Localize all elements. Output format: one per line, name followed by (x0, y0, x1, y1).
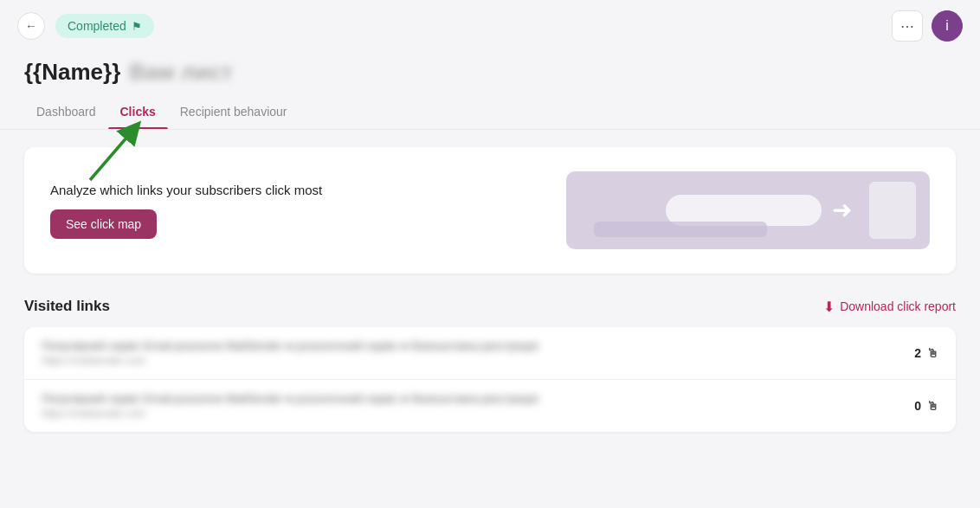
back-button[interactable]: ← (17, 12, 45, 40)
page-title-main: {{Name}} (24, 59, 120, 86)
count-value: 2 (914, 346, 921, 360)
info-button[interactable]: i (932, 10, 963, 42)
promo-illustration: ➜ (566, 171, 930, 249)
status-label: Completed (68, 19, 126, 33)
top-bar: ← Completed ⚑ ⋯ i (0, 0, 980, 52)
promo-bar (594, 222, 767, 237)
flag-icon: ⚑ (132, 20, 142, 33)
download-label: Download click report (840, 299, 956, 313)
links-card: Популярний сервіс Email-розсилок MailSen… (24, 327, 956, 432)
table-row: Популярний сервіс Email-розсилок MailSen… (24, 380, 956, 432)
visited-links-header: Visited links ⬇ Download click report (24, 298, 956, 315)
promo-title: Analyze which links your subscribers cli… (50, 183, 566, 197)
see-click-map-button[interactable]: See click map (50, 209, 157, 239)
tab-recipient-behaviour[interactable]: Recipient behaviour (168, 98, 300, 129)
download-icon: ⬇ (823, 299, 835, 315)
info-icon: i (945, 18, 949, 34)
cursor-arrow-icon: ➜ (832, 196, 852, 224)
page-title-area: {{Name}} Вам лист (0, 52, 980, 89)
download-click-report-link[interactable]: ⬇ Download click report (823, 299, 956, 315)
tab-dashboard[interactable]: Dashboard (24, 98, 108, 129)
link-title: Популярний сервіс Email-розсилок MailSen… (42, 392, 777, 405)
page-title-blurred: Вам лист (129, 59, 232, 86)
link-title: Популярний сервіс Email-розсилок MailSen… (42, 339, 777, 352)
click-cursor-icon: 🖱 (926, 346, 938, 360)
top-bar-left: ← Completed ⚑ (17, 12, 154, 40)
promo-text: Analyze which links your subscribers cli… (50, 183, 566, 239)
link-info: Популярний сервіс Email-розсилок MailSen… (42, 339, 895, 367)
promo-thumb (869, 182, 916, 239)
link-count: 0 🖱 (895, 399, 938, 413)
tabs-bar: Dashboard Clicks Recipient behaviour (0, 89, 980, 130)
link-url: https://mailsender.com (42, 355, 895, 367)
link-url: https://mailsender.com (42, 408, 895, 420)
top-bar-right: ⋯ i (892, 10, 963, 42)
click-cursor-icon: 🖱 (926, 399, 938, 413)
promo-card: Analyze which links your subscribers cli… (24, 147, 956, 273)
tab-clicks[interactable]: Clicks (108, 98, 168, 129)
status-badge: Completed ⚑ (55, 14, 154, 38)
count-value: 0 (914, 399, 921, 413)
menu-button[interactable]: ⋯ (892, 10, 923, 42)
table-row: Популярний сервіс Email-розсилок MailSen… (24, 327, 956, 380)
link-count: 2 🖱 (895, 346, 938, 360)
link-info: Популярний сервіс Email-розсилок MailSen… (42, 392, 895, 420)
back-icon: ← (25, 19, 37, 33)
main-content: Analyze which links your subscribers cli… (0, 130, 980, 449)
visited-links-title: Visited links (24, 298, 110, 315)
menu-icon: ⋯ (900, 18, 914, 35)
